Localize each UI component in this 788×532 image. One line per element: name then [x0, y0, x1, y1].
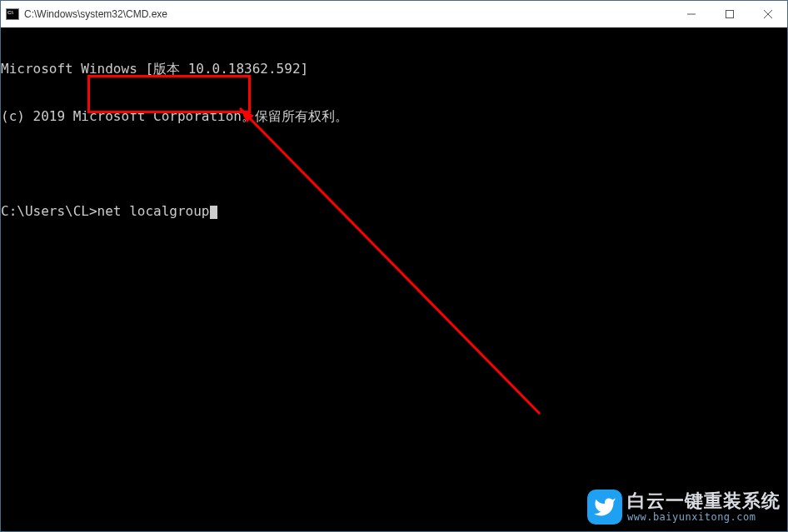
- close-icon: [764, 10, 772, 18]
- terminal-prompt-line: C:\Users\CL>net localgroup: [1, 203, 787, 219]
- annotation-arrow: [1, 27, 2, 28]
- terminal-line-version: Microsoft Windows [版本 10.0.18362.592]: [1, 61, 787, 77]
- terminal-command: net localgroup: [97, 203, 210, 219]
- window-controls: [672, 1, 787, 27]
- terminal-cursor: [210, 206, 217, 219]
- watermark-bird-icon: [587, 490, 622, 525]
- watermark-en: www.baiyunxitong.com: [627, 512, 781, 523]
- watermark: 白云一键重装系统 www.baiyunxitong.com: [587, 490, 781, 525]
- watermark-cn: 白云一键重装系统: [627, 491, 781, 511]
- terminal-prompt: C:\Users\CL>: [1, 203, 97, 219]
- maximize-button[interactable]: [711, 1, 749, 27]
- title-left: C:\Windows\system32\CMD.exe: [1, 8, 167, 20]
- cmd-window: C:\Windows\system32\CMD.exe Microsoft Wi…: [0, 0, 788, 532]
- cmd-app-icon: [6, 8, 19, 20]
- minimize-button[interactable]: [672, 1, 711, 27]
- titlebar: C:\Windows\system32\CMD.exe: [1, 1, 787, 27]
- maximize-icon: [726, 10, 734, 18]
- svg-rect-1: [726, 11, 734, 18]
- close-button[interactable]: [749, 1, 787, 27]
- terminal-blank1: [1, 156, 787, 172]
- svg-line-4: [240, 108, 540, 414]
- minimize-icon: [687, 10, 696, 18]
- watermark-text: 白云一键重装系统 www.baiyunxitong.com: [627, 491, 781, 522]
- window-title: C:\Windows\system32\CMD.exe: [24, 8, 167, 20]
- terminal-line-copyright: (c) 2019 Microsoft Corporation。保留所有权利。: [1, 108, 787, 124]
- terminal-area[interactable]: Microsoft Windows [版本 10.0.18362.592] (c…: [1, 27, 787, 531]
